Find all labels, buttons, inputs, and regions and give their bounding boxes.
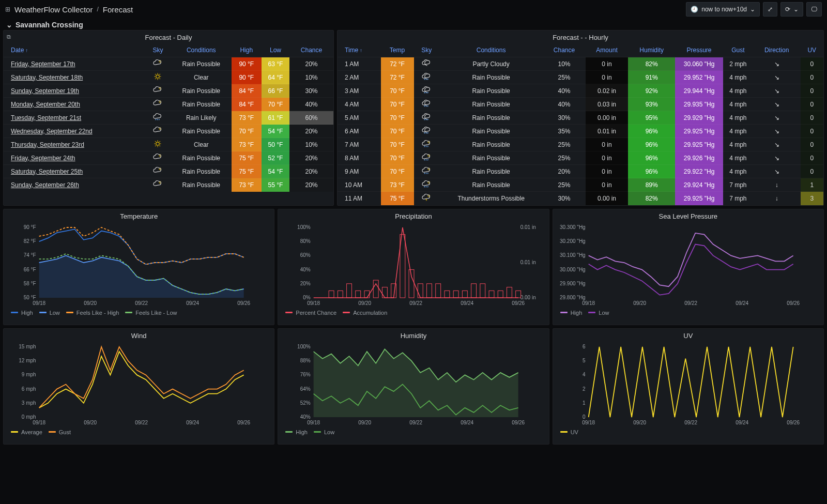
col-high[interactable]: High [232, 43, 262, 57]
svg-text:0.01 in: 0.01 in [520, 259, 536, 265]
gust-cell: 4 mph [723, 165, 753, 178]
col-conditions[interactable]: Conditions [439, 43, 543, 57]
col-low[interactable]: Low [262, 43, 289, 57]
low-cell: 61 °F [262, 111, 289, 125]
row-title-text: Savannah Crossing [16, 21, 83, 29]
col-temp[interactable]: Temp [381, 43, 414, 57]
condition-cell: Rain Possible [171, 98, 232, 111]
col-chance[interactable]: Chance [543, 43, 586, 57]
date-link[interactable]: Sunday, September 19th [11, 87, 79, 95]
date-link[interactable]: Thursday, September 23rd [11, 141, 84, 148]
svg-line-52 [424, 173, 425, 174]
chance-cell: 25% [543, 138, 586, 151]
table-row: Friday, September 17thRain Possible90 °F… [4, 57, 333, 71]
col-sky[interactable]: Sky [414, 43, 440, 57]
row-header[interactable]: ⌄ Savannah Crossing [0, 19, 827, 30]
svg-text:09/26: 09/26 [512, 420, 525, 425]
date-link[interactable]: Wednesday, September 22nd [11, 128, 93, 135]
legend-item[interactable]: Feels Like - High [66, 310, 119, 316]
table-row: 10 AM73 °FRain Possible25%0 in89%29.924 … [338, 178, 823, 192]
refresh-button[interactable]: ⟳⌄ [780, 2, 803, 17]
svg-text:4: 4 [583, 372, 586, 377]
time-range-picker[interactable]: 🕘 now to now+10d ⌄ [686, 2, 760, 17]
humidity-cell: 96% [628, 125, 675, 138]
amount-cell: 0 in [586, 71, 629, 84]
legend-item[interactable]: Average [11, 429, 42, 435]
chart-body[interactable]: 40%52%64%76%88%100%09/1809/2009/2209/240… [278, 342, 548, 429]
svg-text:80%: 80% [300, 238, 311, 244]
chance-cell: 40% [289, 98, 333, 111]
direction-cell: ↘ [753, 98, 801, 111]
col-conditions[interactable]: Conditions [171, 43, 232, 57]
temp-cell: 70 °F [381, 165, 414, 178]
direction-cell: ↘ [753, 125, 801, 138]
col-uv[interactable]: UV [801, 43, 823, 57]
high-cell: 73 °F [232, 138, 262, 151]
date-link[interactable]: Saturday, September 25th [11, 168, 83, 175]
zoom-out-button[interactable]: ⤢ [763, 2, 777, 17]
humidity-cell: 89% [628, 178, 675, 192]
legend-item[interactable]: Gust [49, 429, 71, 435]
chart-body[interactable]: 50 °F58 °F66 °F74 °F82 °F90 °F09/1809/20… [4, 222, 274, 310]
time-cell: 5 AM [338, 111, 381, 125]
legend-item[interactable]: Feels Like - Low [125, 310, 177, 316]
chart-body[interactable]: 29.800 "Hg29.900 "Hg30.000 "Hg30.100 "Hg… [553, 222, 823, 310]
col-gust[interactable]: Gust [723, 43, 753, 57]
legend-item[interactable]: High [560, 310, 583, 316]
col-chance[interactable]: Chance [289, 43, 333, 57]
svg-line-38 [426, 119, 426, 120]
col-amount[interactable]: Amount [586, 43, 629, 57]
svg-line-35 [426, 105, 426, 106]
kiosk-button[interactable]: 🖵 [806, 2, 822, 17]
date-link[interactable]: Friday, September 24th [11, 155, 75, 162]
date-link[interactable]: Friday, September 17th [11, 60, 75, 68]
chance-cell: 30% [543, 111, 586, 125]
table-row: Saturday, September 18thClear90 °F64 °F1… [4, 71, 333, 84]
svg-text:09/20: 09/20 [84, 420, 97, 425]
legend-item[interactable]: Accumulation [343, 310, 387, 316]
col-pressure[interactable]: Pressure [675, 43, 723, 57]
chart-legend: Percent ChanceAccumulation [278, 310, 548, 319]
svg-line-42 [428, 132, 428, 133]
sky-icon [145, 138, 171, 151]
legend-item[interactable]: UV [560, 429, 578, 435]
chart-body[interactable]: 0 mph3 mph6 mph9 mph12 mph15 mph09/1809/… [4, 342, 274, 429]
date-link[interactable]: Sunday, September 26th [11, 181, 79, 189]
chart-body[interactable]: 01245609/1809/2009/2209/2409/26 [553, 342, 823, 429]
condition-cell: Rain Possible [439, 84, 543, 98]
legend-item[interactable]: Low [39, 310, 60, 316]
legend-item[interactable]: Percent Chance [285, 310, 336, 316]
col-date[interactable]: Date [4, 43, 145, 57]
col-humidity[interactable]: Humidity [628, 43, 675, 57]
panel-title: Temperature [4, 209, 274, 222]
svg-text:30.300 "Hg: 30.300 "Hg [560, 224, 586, 230]
date-link[interactable]: Monday, September 20th [11, 101, 80, 108]
svg-line-6 [156, 74, 156, 74]
table-row: Sunday, September 26thRain Possible73 °F… [4, 178, 333, 192]
uv-cell: 0 [801, 84, 823, 98]
temp-cell: 72 °F [381, 57, 414, 71]
panel-forecast-hourly: Forecast - - Hourly TimeTempSkyCondition… [337, 30, 824, 206]
date-link[interactable]: Saturday, September 18th [11, 74, 83, 81]
breadcrumb-page[interactable]: Forecast [103, 5, 133, 14]
svg-text:09/18: 09/18 [33, 420, 45, 425]
col-time[interactable]: Time [338, 43, 381, 57]
chart-body[interactable]: 0%20%40%60%80%100%0.00 in0.01 in0.01 in0… [278, 222, 548, 310]
col-direction[interactable]: Direction [753, 43, 801, 57]
legend-item[interactable]: Low [588, 310, 609, 316]
svg-text:09/20: 09/20 [358, 420, 371, 425]
legend-item[interactable]: High [11, 310, 33, 316]
condition-cell: Rain Possible [439, 165, 543, 178]
sky-icon [414, 111, 440, 125]
col-sky[interactable]: Sky [145, 43, 171, 57]
sky-icon [414, 57, 440, 71]
legend-item[interactable]: Low [314, 429, 334, 435]
date-link[interactable]: Tuesday, September 21st [11, 114, 81, 121]
legend-item[interactable]: High [285, 429, 308, 435]
temp-cell: 70 °F [381, 84, 414, 98]
external-link-icon[interactable]: ⧉ [7, 34, 11, 40]
condition-cell: Rain Possible [171, 84, 232, 98]
svg-point-1 [156, 75, 159, 78]
low-cell: 54 °F [262, 125, 289, 138]
breadcrumb-root[interactable]: WeatherFlow Collector [14, 5, 93, 14]
